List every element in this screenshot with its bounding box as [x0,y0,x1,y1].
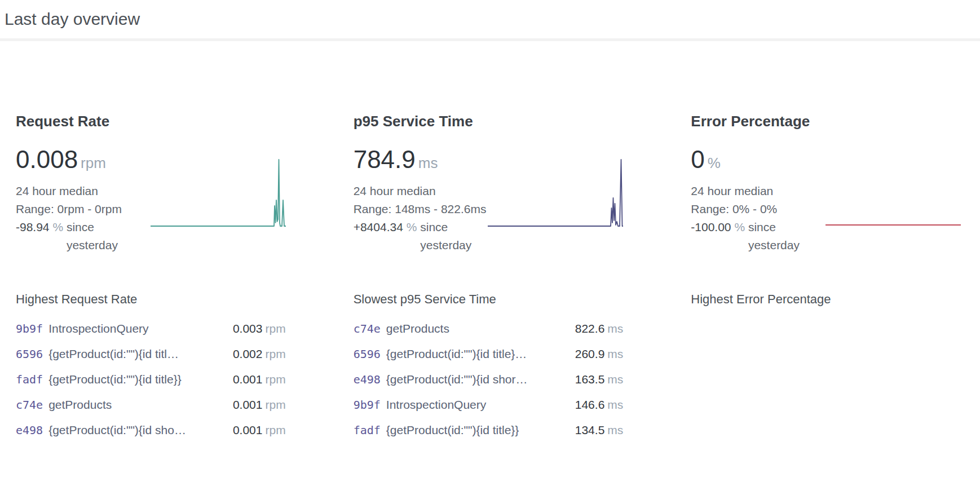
change-value: +8404.34 [354,220,403,233]
query-id[interactable]: c74e [16,398,43,412]
change-since-yesterday: +8404.34 % since yesterday [354,218,488,254]
query-id[interactable]: c74e [354,322,381,335]
stat-row: 0.008rpm 24 hour median Range: 0rpm - 0r… [16,147,286,254]
metric-unit: % [708,154,721,171]
metric-unit: ms [418,154,438,171]
metric-value: 0.008 [16,145,78,173]
query-id[interactable]: e498 [354,373,381,386]
metric-value: 0 [691,145,704,173]
change-since-yesterday: -100.00 % since yesterday [691,218,826,254]
sparkline-path [151,160,286,226]
stats-block: 784.9ms 24 hour median Range: 148ms - 82… [354,147,488,254]
overview-grid: Request Rate 0.008rpm 24 hour median Ran… [0,41,980,460]
query-row[interactable]: e498 {getProduct(id:""){id sho… 0.001rpm [16,418,286,443]
query-metric: 260.9ms [575,347,624,361]
query-metric: 0.001rpm [233,373,286,386]
query-metric: 0.002rpm [233,347,286,361]
page-header: Last day overview [0,0,980,41]
query-metric: 0.001rpm [233,398,286,412]
list-title: Slowest p95 Service Time [354,292,624,307]
query-name[interactable]: {getProduct(id:""){id sho… [48,423,227,437]
list-title: Highest Error Percentage [691,292,961,307]
since-label: since yesterday [420,218,473,254]
stats-block: 0.008rpm 24 hour median Range: 0rpm - 0r… [16,147,151,254]
card-title-error-percentage: Error Percentage [691,112,961,130]
since-label: since yesterday [67,218,120,254]
range-label: Range: 0% - 0% [691,200,826,218]
query-metric: 822.6ms [575,322,624,335]
query-metric: 134.5ms [575,423,624,437]
query-name[interactable]: getProducts [386,322,570,335]
error-percentage-sparkline [826,143,961,227]
metric-value: 784.9 [354,145,416,173]
top-queries-section: Highest Error Percentage [691,292,961,307]
since-label: since yesterday [748,218,801,254]
query-row[interactable]: fadf {getProduct(id:""){id title}} 0.001… [16,367,286,392]
metric-card-p95-service-time: p95 Service Time 784.9ms 24 hour median … [354,112,624,443]
query-metric: 0.001rpm [233,423,286,437]
query-row[interactable]: fadf {getProduct(id:""){id title}} 134.5… [354,418,624,443]
stat-row: 784.9ms 24 hour median Range: 148ms - 82… [354,147,624,254]
query-row[interactable]: c74e getProducts 822.6ms [354,316,624,342]
query-name[interactable]: {getProduct(id:""){id titl… [48,347,227,361]
query-metric: 0.003rpm [233,322,286,335]
range-label: Range: 0rpm - 0rpm [16,200,151,218]
query-id[interactable]: e498 [16,423,43,437]
top-queries-section: Highest Request Rate 9b9f IntrospectionQ… [16,292,286,443]
stat-row: 0% 24 hour median Range: 0% - 0% -100.00… [691,147,961,254]
top-queries-section: Slowest p95 Service Time c74e getProduct… [354,292,624,443]
stats-block: 0% 24 hour median Range: 0% - 0% -100.00… [691,147,826,254]
request-rate-sparkline [151,143,286,227]
query-name[interactable]: {getProduct(id:""){id title}} [386,423,570,437]
metric-card-request-rate: Request Rate 0.008rpm 24 hour median Ran… [16,112,286,443]
query-name[interactable]: {getProduct(id:""){id title}… [386,347,570,361]
query-id[interactable]: fadf [16,373,43,386]
query-id[interactable]: 6596 [16,347,43,361]
query-metric: 163.5ms [575,373,624,386]
range-label: Range: 148ms - 822.6ms [354,200,488,218]
median-label: 24 hour median [691,182,826,200]
change-value: -98.94 [16,220,50,233]
query-row[interactable]: e498 {getProduct(id:""){id shor… 163.5ms [354,367,624,392]
query-id[interactable]: 6596 [354,347,381,361]
percent-sign: % [407,220,417,233]
query-row[interactable]: 9b9f IntrospectionQuery 0.003rpm [16,316,286,342]
metric-value-line: 0.008rpm [16,147,151,178]
percent-sign: % [734,220,745,233]
query-name[interactable]: {getProduct(id:""){id title}} [48,373,227,386]
query-id[interactable]: 9b9f [16,322,43,335]
query-row[interactable]: 6596 {getProduct(id:""){id titl… 0.002rp… [16,342,286,367]
query-id[interactable]: 9b9f [354,398,381,412]
query-row[interactable]: 6596 {getProduct(id:""){id title}… 260.9… [354,342,624,367]
page-title: Last day overview [5,7,975,32]
percent-sign: % [52,220,63,233]
metric-value-line: 784.9ms [354,147,488,178]
query-row[interactable]: 9b9f IntrospectionQuery 146.6ms [354,392,624,418]
card-title-request-rate: Request Rate [16,112,286,130]
change-value: -100.00 [691,220,731,233]
change-since-yesterday: -98.94 % since yesterday [16,218,151,254]
query-name[interactable]: {getProduct(id:""){id shor… [386,373,570,386]
query-name[interactable]: IntrospectionQuery [386,398,570,412]
median-label: 24 hour median [354,182,488,200]
query-id[interactable]: fadf [354,423,381,437]
p95-service-time-sparkline [488,143,623,227]
median-label: 24 hour median [16,182,151,200]
query-name[interactable]: getProducts [48,398,227,412]
metric-value-line: 0% [691,147,826,178]
card-title-p95: p95 Service Time [354,112,624,130]
query-row[interactable]: c74e getProducts 0.001rpm [16,392,286,418]
metric-card-error-percentage: Error Percentage 0% 24 hour median Range… [691,112,961,443]
query-name[interactable]: IntrospectionQuery [48,322,227,335]
sparkline-path [488,160,623,226]
list-title: Highest Request Rate [16,292,286,307]
metric-unit: rpm [81,154,106,171]
query-metric: 146.6ms [575,398,624,412]
